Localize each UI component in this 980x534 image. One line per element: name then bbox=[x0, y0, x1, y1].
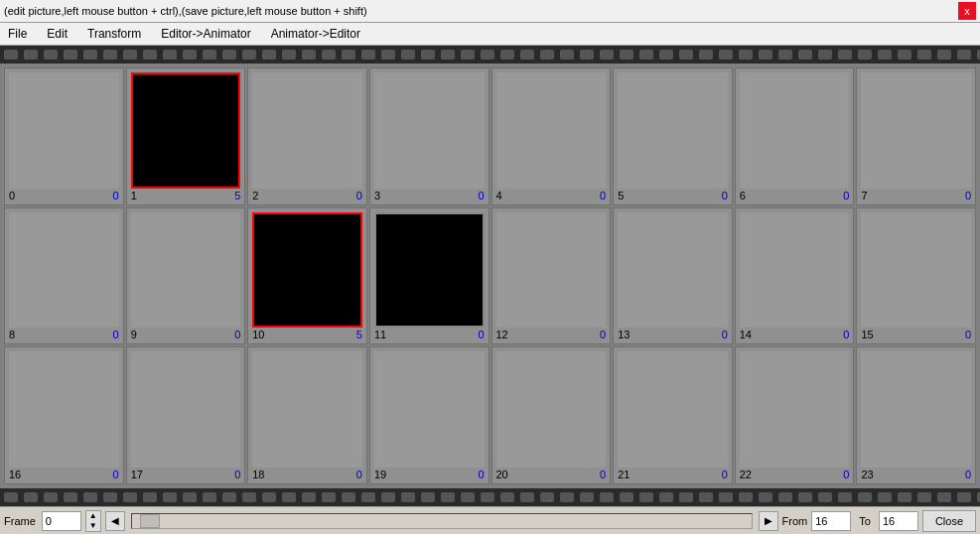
frame-cell[interactable]: 140 bbox=[735, 207, 855, 345]
frame-cell[interactable]: 20 bbox=[247, 67, 367, 205]
frame-value[interactable]: 0 bbox=[356, 190, 362, 202]
frame-number: 15 bbox=[861, 329, 873, 341]
frame-number: 7 bbox=[861, 190, 867, 202]
frame-number: 12 bbox=[496, 329, 508, 341]
scrollbar-thumb[interactable] bbox=[140, 514, 160, 528]
film-hole bbox=[361, 50, 375, 60]
frame-cell[interactable]: 00 bbox=[4, 67, 124, 205]
menu-item-animator--editor[interactable]: Animator->Editor bbox=[267, 25, 364, 43]
film-hole bbox=[441, 50, 455, 60]
title-bar: (edit picture,left mouse button + ctrl),… bbox=[0, 0, 980, 23]
frame-cell[interactable]: 40 bbox=[491, 67, 612, 205]
window-close-button[interactable]: x bbox=[958, 2, 976, 20]
nav-next-button[interactable]: ▶ bbox=[759, 511, 778, 531]
frame-cell[interactable]: 220 bbox=[735, 346, 855, 484]
frame-value[interactable]: 0 bbox=[234, 329, 240, 341]
film-hole bbox=[242, 50, 256, 60]
frame-number: 0 bbox=[9, 190, 15, 202]
film-hole bbox=[759, 492, 772, 502]
frame-cell[interactable]: 150 bbox=[856, 207, 976, 345]
frame-cell[interactable]: 70 bbox=[856, 67, 976, 205]
film-hole bbox=[699, 50, 713, 60]
film-hole bbox=[421, 492, 435, 502]
film-hole bbox=[957, 492, 971, 502]
frame-value[interactable]: 0 bbox=[722, 190, 728, 202]
frame-number: 9 bbox=[131, 329, 137, 341]
to-input[interactable] bbox=[879, 511, 918, 531]
film-hole bbox=[500, 492, 514, 502]
frame-value[interactable]: 0 bbox=[965, 329, 971, 341]
frame-value[interactable]: 0 bbox=[600, 190, 606, 202]
frame-value[interactable]: 0 bbox=[113, 329, 119, 341]
menu-item-editor--animator[interactable]: Editor->Animator bbox=[157, 25, 254, 43]
frame-value[interactable]: 0 bbox=[965, 190, 971, 202]
frame-value[interactable]: 0 bbox=[113, 190, 119, 202]
frame-cell[interactable]: 110 bbox=[369, 207, 490, 345]
frame-value[interactable]: 0 bbox=[356, 468, 362, 481]
frame-scrollbar[interactable] bbox=[131, 513, 753, 529]
frame-cell[interactable]: 190 bbox=[369, 346, 490, 484]
frame-cell[interactable]: 160 bbox=[4, 346, 124, 484]
film-hole bbox=[759, 50, 772, 60]
frame-thumbnail bbox=[861, 351, 971, 467]
frame-value[interactable]: 0 bbox=[722, 329, 728, 341]
frame-cell[interactable]: 200 bbox=[491, 346, 612, 484]
frame-cell[interactable]: 130 bbox=[613, 207, 733, 345]
frame-input[interactable] bbox=[42, 511, 81, 531]
frame-thumbnail bbox=[252, 351, 362, 467]
frame-value[interactable]: 0 bbox=[722, 468, 728, 481]
film-hole bbox=[4, 50, 18, 60]
film-hole bbox=[917, 492, 931, 502]
film-hole bbox=[798, 50, 812, 60]
frame-number: 21 bbox=[618, 468, 630, 481]
frame-cell[interactable]: 60 bbox=[735, 67, 855, 205]
film-hole bbox=[620, 50, 633, 60]
frame-value[interactable]: 0 bbox=[478, 468, 484, 481]
from-input[interactable] bbox=[811, 511, 851, 531]
frame-cell[interactable]: 30 bbox=[369, 67, 490, 205]
frame-value[interactable]: 0 bbox=[843, 329, 849, 341]
film-hole bbox=[719, 492, 733, 502]
frame-value[interactable]: 0 bbox=[478, 190, 484, 202]
menu-item-edit[interactable]: Edit bbox=[43, 25, 71, 43]
frame-number: 14 bbox=[740, 329, 752, 341]
frame-cell[interactable]: 105 bbox=[247, 207, 367, 345]
frame-value[interactable]: 0 bbox=[843, 468, 849, 481]
nav-prev-button[interactable]: ◀ bbox=[105, 511, 125, 531]
close-button[interactable]: Close bbox=[922, 510, 976, 532]
frame-value[interactable]: 5 bbox=[234, 190, 240, 202]
frame-value[interactable]: 0 bbox=[965, 468, 971, 481]
frame-value[interactable]: 5 bbox=[356, 329, 362, 341]
frame-value[interactable]: 0 bbox=[843, 190, 849, 202]
film-hole bbox=[163, 50, 177, 60]
frame-cell[interactable]: 180 bbox=[247, 346, 367, 484]
menu-item-transform[interactable]: Transform bbox=[83, 25, 145, 43]
film-hole bbox=[838, 50, 852, 60]
frame-cell[interactable]: 50 bbox=[613, 67, 733, 205]
frame-cell[interactable]: 90 bbox=[126, 207, 246, 345]
frame-value[interactable]: 0 bbox=[600, 329, 606, 341]
frame-cell[interactable]: 170 bbox=[126, 346, 246, 484]
frame-value[interactable]: 0 bbox=[600, 468, 606, 481]
frame-value[interactable]: 0 bbox=[234, 468, 240, 481]
frame-value[interactable]: 0 bbox=[113, 468, 119, 481]
frame-cell[interactable]: 80 bbox=[4, 207, 124, 345]
frame-thumbnail bbox=[252, 212, 362, 329]
frame-spinner-down[interactable]: ▼ bbox=[86, 521, 100, 531]
film-hole bbox=[163, 492, 177, 502]
frame-thumbnail bbox=[252, 72, 362, 189]
frame-spinner-up[interactable]: ▲ bbox=[86, 511, 100, 521]
film-hole bbox=[222, 492, 236, 502]
frame-cell[interactable]: 120 bbox=[491, 207, 612, 345]
frame-thumbnail bbox=[740, 351, 850, 467]
frame-cell[interactable]: 230 bbox=[856, 346, 976, 484]
frame-value[interactable]: 0 bbox=[478, 329, 484, 341]
menu-item-file[interactable]: File bbox=[4, 25, 31, 43]
film-hole bbox=[639, 50, 653, 60]
film-hole bbox=[123, 50, 137, 60]
frame-cell[interactable]: 210 bbox=[613, 346, 733, 484]
frame-spinner[interactable]: ▲ ▼ bbox=[85, 510, 101, 532]
film-hole bbox=[937, 492, 951, 502]
frame-cell[interactable]: 15 bbox=[126, 67, 246, 205]
film-hole bbox=[461, 50, 475, 60]
